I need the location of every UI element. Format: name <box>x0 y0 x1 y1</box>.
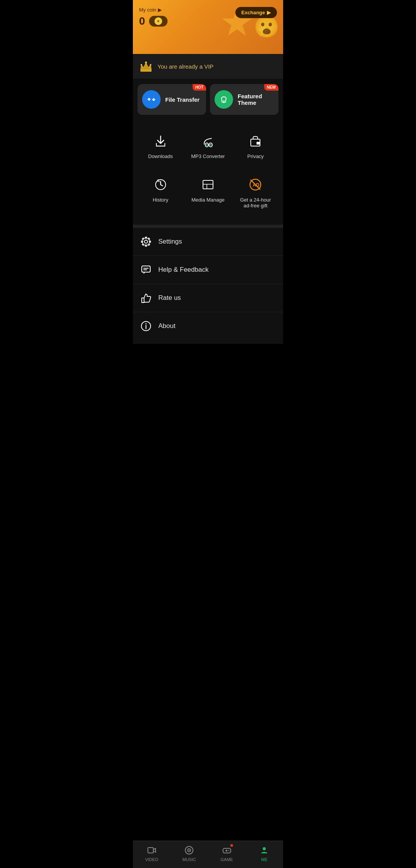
banner-emoji: 😮 <box>253 15 280 40</box>
file-transfer-icon <box>142 90 161 109</box>
svg-point-34 <box>229 851 230 851</box>
music-nav-icon <box>184 845 195 856</box>
svg-rect-12 <box>257 142 260 145</box>
file-transfer-card[interactable]: HOT File Transfer <box>138 84 206 115</box>
svg-point-35 <box>263 847 266 850</box>
history-item[interactable]: History <box>137 172 184 213</box>
history-label: History <box>153 197 168 203</box>
privacy-item[interactable]: Privacy <box>232 128 279 164</box>
privacy-icon <box>247 133 264 150</box>
svg-point-5 <box>223 103 224 103</box>
feature-cards-section: HOT File Transfer NEW Featured Theme <box>133 79 283 120</box>
svg-rect-10 <box>210 144 211 146</box>
bottom-nav: VIDEO MUSIC GAME <box>133 841 283 868</box>
exchange-button[interactable]: Exchange ▶ <box>235 7 277 18</box>
me-nav-icon <box>259 845 270 856</box>
vip-section[interactable]: You are already a VIP <box>133 54 283 79</box>
mp3-converter-label: MP3 Converter <box>191 153 225 159</box>
section-divider <box>133 225 283 228</box>
help-feedback-menu-item[interactable]: Help & Feedback <box>133 256 283 284</box>
vip-crown-icon <box>139 59 153 73</box>
svg-rect-20 <box>142 266 150 272</box>
coin-icon-wrap: ✦ <box>149 16 168 27</box>
hot-badge: HOT <box>193 84 206 91</box>
media-manage-label: Media Manage <box>191 197 225 203</box>
svg-rect-14 <box>203 180 213 189</box>
grid-row-1: Downloads MP3 Converter <box>133 124 283 168</box>
svg-point-1 <box>145 62 147 64</box>
vip-text: You are already a VIP <box>158 63 213 70</box>
me-nav-label: ME <box>261 857 268 862</box>
new-badge: NEW <box>264 84 278 91</box>
video-nav-label: VIDEO <box>145 857 158 862</box>
video-nav-icon <box>146 845 157 856</box>
rate-us-icon <box>140 292 152 304</box>
game-nav-label: GAME <box>221 857 233 862</box>
svg-point-3 <box>150 64 151 66</box>
nav-me[interactable]: ME <box>246 845 283 862</box>
media-manage-item[interactable]: Media Manage <box>184 172 231 213</box>
about-menu-item[interactable]: About <box>133 312 283 340</box>
downloads-icon <box>152 133 169 150</box>
adfree-icon: AD <box>247 176 264 193</box>
about-label: About <box>158 322 175 330</box>
svg-rect-26 <box>148 848 153 853</box>
grid-section: Downloads MP3 Converter <box>133 120 283 225</box>
settings-label: Settings <box>158 238 182 246</box>
about-icon <box>140 320 152 332</box>
svg-point-2 <box>141 64 142 66</box>
game-nav-icon <box>221 845 232 856</box>
coin-count: 0 <box>139 15 145 27</box>
downloads-label: Downloads <box>148 153 173 159</box>
help-feedback-icon <box>140 264 152 276</box>
media-manage-icon <box>200 176 216 193</box>
nav-video[interactable]: VIDEO <box>133 845 171 862</box>
downloads-item[interactable]: Downloads <box>137 128 184 164</box>
adfree-item[interactable]: AD Get a 24-hour ad-free gift <box>232 172 279 213</box>
privacy-label: Privacy <box>247 153 264 159</box>
rate-us-label: Rate us <box>158 294 181 302</box>
svg-rect-9 <box>206 144 208 146</box>
settings-menu-item[interactable]: Settings <box>133 228 283 256</box>
featured-theme-card[interactable]: NEW Featured Theme <box>210 84 278 115</box>
coin-banner: 😮 My coin ▶ 0 ✦ Exchange ▶ <box>133 0 283 54</box>
svg-point-19 <box>144 240 148 243</box>
grid-row-2: History Media Manage AD <box>133 168 283 217</box>
game-notification-dot <box>230 844 233 847</box>
svg-point-33 <box>228 850 229 851</box>
adfree-label: Get a 24-hour ad-free gift <box>240 197 271 209</box>
settings-icon <box>140 236 152 248</box>
nav-music[interactable]: MUSIC <box>171 845 208 862</box>
coin-circle-icon: ✦ <box>154 17 162 25</box>
nav-game[interactable]: GAME <box>208 845 246 862</box>
page-content: 😮 My coin ▶ 0 ✦ Exchange ▶ Yo <box>133 0 283 375</box>
rate-us-menu-item[interactable]: Rate us <box>133 284 283 312</box>
svg-point-25 <box>146 323 147 325</box>
history-icon <box>152 176 169 193</box>
svg-point-29 <box>189 850 190 851</box>
mp3-converter-item[interactable]: MP3 Converter <box>184 128 231 164</box>
help-feedback-label: Help & Feedback <box>158 266 208 274</box>
file-transfer-label: File Transfer <box>165 96 200 103</box>
mp3-converter-icon <box>200 133 216 150</box>
music-nav-label: MUSIC <box>183 857 196 862</box>
svg-rect-0 <box>141 70 151 72</box>
menu-list: Settings Help & Feedback Rate us <box>133 228 283 344</box>
featured-theme-label: Featured Theme <box>238 93 274 106</box>
featured-theme-icon <box>215 90 233 109</box>
